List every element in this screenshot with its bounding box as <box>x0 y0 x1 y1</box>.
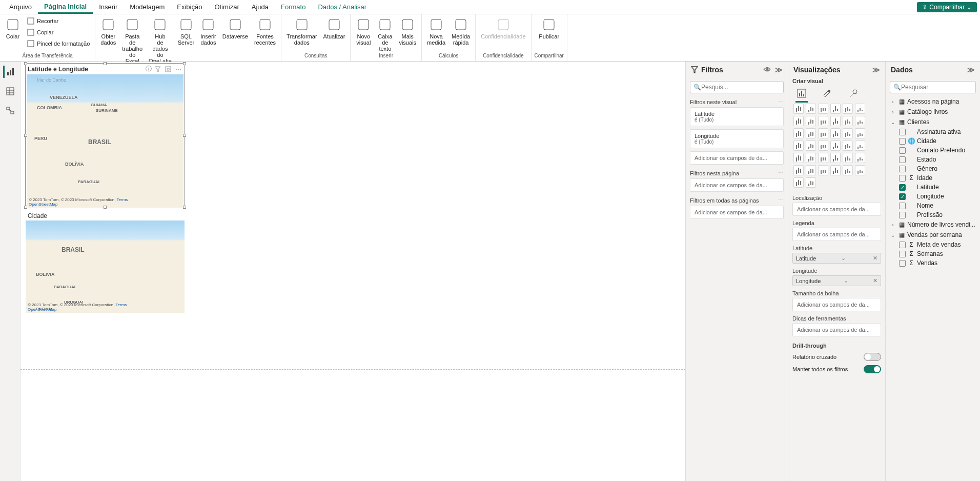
table-vendas-por-semana[interactable]: ⌄▦Vendas por semana <box>890 230 976 240</box>
viz-type-31[interactable] <box>806 165 816 175</box>
field-checkbox[interactable] <box>899 156 906 163</box>
ribbon-pasta-de-trabalho-do-excel-button[interactable]: PastadetrabalhodoExcel <box>120 16 145 65</box>
field-checkbox[interactable] <box>899 212 906 218</box>
menu-inserir[interactable]: Inserir <box>93 1 124 13</box>
ribbon-pincel-de-formata-o-button[interactable]: Pincel de formatação <box>25 38 92 49</box>
field-checkbox[interactable] <box>899 251 906 257</box>
model-view-button[interactable] <box>4 105 16 117</box>
terms-link[interactable]: Terms <box>116 303 127 307</box>
viz-type-0[interactable] <box>793 104 804 114</box>
table-clientes[interactable]: ⌄▦Clientes <box>890 117 976 127</box>
viz-type-16[interactable] <box>843 128 853 138</box>
ribbon-nova-medida-button[interactable]: Novamedida <box>425 16 447 47</box>
menu-dados-analisar[interactable]: Dados / Analisar <box>312 1 373 13</box>
field-checkbox[interactable] <box>899 175 906 182</box>
collapse-pane-icon[interactable]: ≫ <box>775 66 783 74</box>
more-icon[interactable]: ⋯ <box>778 197 784 204</box>
chevron-down-icon[interactable]: ⌄ <box>844 277 848 284</box>
viz-type-6[interactable] <box>793 116 804 126</box>
field-well-localizacao[interactable]: Adicionar os campos de da... <box>792 203 881 216</box>
osm-link[interactable]: OpenStreetMap <box>28 307 56 312</box>
collapse-pane-icon[interactable]: ≫ <box>872 66 880 74</box>
map-visual[interactable]: BRASIL BOLÍVIA PARAGUAI URUGUAI ENTINA ©… <box>26 221 185 313</box>
ribbon-atualizar-button[interactable]: Atualizar <box>321 16 348 41</box>
resize-handle-s[interactable] <box>104 206 107 209</box>
resize-handle-sw[interactable] <box>24 206 27 209</box>
viz-type-22[interactable] <box>843 141 853 151</box>
field-checkbox[interactable] <box>899 147 906 154</box>
ribbon-inserir-dados-button[interactable]: Inserirdados <box>198 16 218 47</box>
viz-type-11[interactable] <box>855 116 865 126</box>
viz-type-18[interactable] <box>793 141 804 151</box>
data-search-input[interactable] <box>901 84 978 91</box>
osm-link[interactable]: OpenStreetMap <box>29 202 57 207</box>
resize-handle-nw[interactable] <box>24 62 27 65</box>
table-cat-logo-livros[interactable]: ›▦Catálogo livros <box>890 107 976 117</box>
field-checkbox[interactable] <box>899 260 906 267</box>
ribbon-obter-dados-button[interactable]: Obterdados <box>98 16 118 47</box>
ribbon-transformar-dados-button[interactable]: Transformardados <box>284 16 319 47</box>
field-semanas[interactable]: ΣSemanas <box>899 249 976 258</box>
resize-handle-w[interactable] <box>24 134 27 137</box>
menu-p-gina-inicial[interactable]: Página Inicial <box>38 1 93 14</box>
ribbon-recortar-button[interactable]: Recortar <box>25 16 92 26</box>
field-cidade[interactable]: 🌐Cidade <box>899 136 976 146</box>
viz-type-17[interactable] <box>855 128 865 138</box>
ribbon-sql-server-button[interactable]: SQLServer <box>176 16 196 47</box>
viz-type-5[interactable] <box>855 104 865 114</box>
field-well-latitude[interactable]: Latitude ⌄ ✕ <box>792 253 881 264</box>
filter-card-latitude[interactable]: Latitudeé (Tudo) <box>690 107 784 126</box>
ribbon-novo-visual-button[interactable]: Novovisual <box>354 16 373 47</box>
viz-type-20[interactable] <box>818 141 828 151</box>
field-checkbox[interactable] <box>899 166 906 172</box>
viz-type-28[interactable] <box>843 153 853 163</box>
ribbon-colar-button[interactable]: Colar <box>3 16 23 41</box>
add-filter-visual[interactable]: Adicionar os campos de da... <box>690 151 784 165</box>
viz-type-21[interactable] <box>830 141 841 151</box>
filter-card-longitude[interactable]: Longitudeé (Tudo) <box>690 129 784 148</box>
terms-link[interactable]: Terms <box>117 197 128 202</box>
field-checkbox[interactable]: ✓ <box>899 184 906 191</box>
filters-search-input[interactable] <box>701 84 780 91</box>
more-icon[interactable]: ⋯ <box>778 98 784 105</box>
viz-type-10[interactable] <box>843 116 853 126</box>
report-canvas[interactable]: Latitude e Longitude ⓘ ⋯ Mar do Caribe V… <box>21 62 685 481</box>
viz-type-15[interactable] <box>830 128 841 138</box>
field-vendas[interactable]: ΣVendas <box>899 258 976 268</box>
remove-field-icon[interactable]: ✕ <box>871 277 877 284</box>
more-options-icon[interactable]: ⋯ <box>174 65 182 73</box>
viz-type-13[interactable] <box>806 128 816 138</box>
viz-type-29[interactable] <box>855 153 865 163</box>
viz-type-14[interactable] <box>818 128 828 138</box>
add-filter-all[interactable]: Adicionar os campos de da... <box>690 206 784 219</box>
field-well-longitude[interactable]: Longitude ⌄ ✕ <box>792 275 881 286</box>
menu-arquivo[interactable]: Arquivo <box>3 1 38 13</box>
show-hide-icon[interactable]: 👁 <box>764 66 771 74</box>
data-search[interactable]: 🔍 <box>890 81 976 93</box>
share-button[interactable]: ⇪Compartilhar⌄ <box>917 2 977 12</box>
format-visual-tab[interactable] <box>820 86 834 101</box>
field-checkbox[interactable] <box>899 242 906 248</box>
field-nome[interactable]: Nome <box>899 201 976 210</box>
field-g-nero[interactable]: Gênero <box>899 164 976 173</box>
field-checkbox[interactable] <box>899 203 906 209</box>
ribbon-hub-de-dados-do-onelake-button[interactable]: HubdedadosdoOneLake <box>147 16 174 65</box>
table-acessos-na-p-gina[interactable]: ›▦Acessos na página <box>890 96 976 107</box>
ribbon-caixa-de-texto-button[interactable]: Caixadetexto <box>375 16 395 53</box>
report-view-button[interactable] <box>3 66 15 78</box>
field-contato-preferido[interactable]: Contato Preferido <box>899 146 976 155</box>
field-longitude[interactable]: ✓Longitude <box>899 192 976 201</box>
viz-type-34[interactable] <box>843 165 853 175</box>
resize-handle-se[interactable] <box>183 206 186 209</box>
menu-modelagem[interactable]: Modelagem <box>124 1 171 13</box>
viz-type-37[interactable] <box>806 177 816 188</box>
viz-type-1[interactable] <box>806 104 816 114</box>
table-n-mero-de-livros-vendi-[interactable]: ›▦Número de livros vendi... <box>890 219 976 230</box>
add-filter-page[interactable]: Adicionar os campos de da... <box>690 178 784 192</box>
viz-type-33[interactable] <box>830 165 841 175</box>
ribbon-medida-r-pida-button[interactable]: Medidarápida <box>450 16 472 47</box>
resize-handle-n[interactable] <box>104 62 107 65</box>
chevron-down-icon[interactable]: ⌄ <box>841 255 846 262</box>
build-visual-tab[interactable] <box>794 86 809 101</box>
field-idade[interactable]: ΣIdade <box>899 173 976 183</box>
